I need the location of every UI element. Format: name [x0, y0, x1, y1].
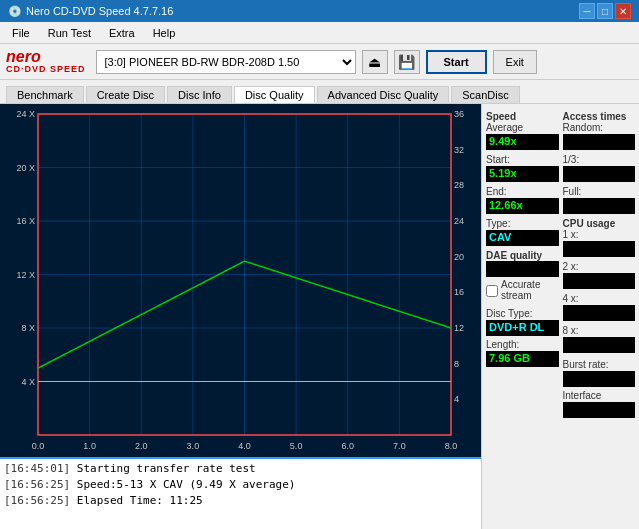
- speed-header: Speed: [486, 111, 559, 122]
- dae-header: DAE quality: [486, 250, 559, 261]
- start-button[interactable]: Start: [426, 50, 487, 74]
- interface-value: [563, 402, 636, 418]
- start-value: 5.19x: [486, 166, 559, 182]
- x4-label: 4 x:: [563, 293, 636, 304]
- tab-scan-disc[interactable]: ScanDisc: [451, 86, 519, 103]
- x4-group: 4 x:: [563, 293, 636, 321]
- cpu-header: CPU usage: [563, 218, 636, 229]
- one-third-label: 1/3:: [563, 154, 636, 165]
- disc-length-value: 7.96 GB: [486, 351, 559, 367]
- app-icon: 💿: [8, 5, 22, 18]
- menu-help[interactable]: Help: [145, 25, 184, 41]
- main-content: [16:45:01] Starting transfer rate test […: [0, 104, 639, 529]
- menu-file[interactable]: File: [4, 25, 38, 41]
- chart-area: [16:45:01] Starting transfer rate test […: [0, 104, 481, 529]
- tab-disc-quality[interactable]: Disc Quality: [234, 86, 315, 103]
- title-bar-text: Nero CD-DVD Speed 4.7.7.16: [26, 5, 173, 17]
- end-label: End:: [486, 186, 559, 197]
- speed-column: Speed Average 9.49x Start: 5.19x End: 12…: [486, 108, 559, 418]
- x1-label: 1 x:: [563, 229, 636, 240]
- x8-group: 8 x:: [563, 325, 636, 353]
- one-third-group: 1/3:: [563, 154, 636, 182]
- nero-text: nero: [6, 49, 41, 65]
- log-entry-3: [16:56:25] Elapsed Time: 11:25: [4, 493, 477, 509]
- accurate-stream-label: Accurate stream: [501, 279, 559, 301]
- cdspeed-text: CD·DVD SPEED: [6, 65, 86, 74]
- x1-value: [563, 241, 636, 257]
- chart-container: [0, 104, 481, 457]
- x8-value: [563, 337, 636, 353]
- minimize-button[interactable]: ─: [579, 3, 595, 19]
- end-group: End: 12.66x: [486, 186, 559, 214]
- full-label: Full:: [563, 186, 636, 197]
- random-label: Random:: [563, 122, 636, 133]
- tab-create-disc[interactable]: Create Disc: [86, 86, 165, 103]
- full-value: [563, 198, 636, 214]
- disc-type-label: Disc Type:: [486, 308, 559, 319]
- x4-value: [563, 305, 636, 321]
- menu-extra[interactable]: Extra: [101, 25, 143, 41]
- drive-select[interactable]: [3:0] PIONEER BD-RW BDR-208D 1.50: [96, 50, 356, 74]
- speed-chart: [0, 104, 481, 457]
- type-value: CAV: [486, 230, 559, 246]
- average-label: Average: [486, 122, 559, 133]
- log-area: [16:45:01] Starting transfer rate test […: [0, 457, 481, 529]
- burst-label: Burst rate:: [563, 359, 636, 370]
- x2-group: 2 x:: [563, 261, 636, 289]
- type-label: Type:: [486, 218, 559, 229]
- start-label: Start:: [486, 154, 559, 165]
- one-third-value: [563, 166, 636, 182]
- random-group: Random:: [563, 122, 636, 150]
- burst-value: [563, 371, 636, 387]
- start-group: Start: 5.19x: [486, 154, 559, 182]
- tab-bar: Benchmark Create Disc Disc Info Disc Qua…: [0, 80, 639, 104]
- tab-benchmark[interactable]: Benchmark: [6, 86, 84, 103]
- menu-bar: File Run Test Extra Help: [0, 22, 639, 44]
- tab-disc-info[interactable]: Disc Info: [167, 86, 232, 103]
- accurate-stream-row: Accurate stream: [486, 279, 559, 302]
- close-button[interactable]: ✕: [615, 3, 631, 19]
- accurate-stream-checkbox[interactable]: [486, 285, 498, 297]
- toolbar: nero CD·DVD SPEED [3:0] PIONEER BD-RW BD…: [0, 44, 639, 80]
- dae-value: [486, 261, 559, 277]
- access-cpu-column: Access times Random: 1/3: Full: CPU usag…: [563, 108, 636, 418]
- x2-value: [563, 273, 636, 289]
- x2-label: 2 x:: [563, 261, 636, 272]
- interface-label: Interface: [563, 390, 636, 401]
- nero-logo: nero CD·DVD SPEED: [6, 49, 86, 74]
- exit-button[interactable]: Exit: [493, 50, 537, 74]
- right-panel: Speed Average 9.49x Start: 5.19x End: 12…: [481, 104, 639, 529]
- full-group: Full:: [563, 186, 636, 214]
- menu-run-test[interactable]: Run Test: [40, 25, 99, 41]
- type-group: Type: CAV: [486, 218, 559, 246]
- average-value: 9.49x: [486, 134, 559, 150]
- log-entry-1: [16:45:01] Starting transfer rate test: [4, 461, 477, 477]
- access-times-header: Access times: [563, 111, 636, 122]
- random-value: [563, 134, 636, 150]
- tab-advanced-disc-quality[interactable]: Advanced Disc Quality: [317, 86, 450, 103]
- maximize-button[interactable]: □: [597, 3, 613, 19]
- disc-type-value: DVD+R DL: [486, 320, 559, 336]
- x1-group: 1 x:: [563, 229, 636, 257]
- eject-button[interactable]: ⏏: [362, 50, 388, 74]
- title-bar: 💿 Nero CD-DVD Speed 4.7.7.16 ─ □ ✕: [0, 0, 639, 22]
- x8-label: 8 x:: [563, 325, 636, 336]
- save-button[interactable]: 💾: [394, 50, 420, 74]
- disc-length-label: Length:: [486, 339, 559, 350]
- log-entry-2: [16:56:25] Speed:5-13 X CAV (9.49 X aver…: [4, 477, 477, 493]
- average-group: Average 9.49x: [486, 122, 559, 150]
- end-value: 12.66x: [486, 198, 559, 214]
